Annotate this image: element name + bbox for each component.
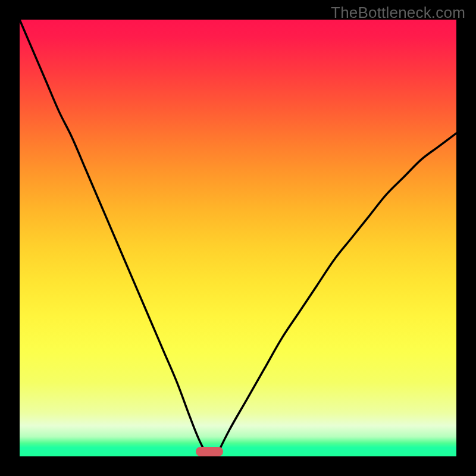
curve-left-branch [20, 20, 208, 456]
chart-frame: TheBottleneck.com [0, 0, 476, 476]
watermark-text: TheBottleneck.com [331, 4, 465, 22]
bottleneck-curve [20, 20, 456, 456]
curve-right-branch [216, 133, 456, 456]
plot-area [20, 20, 456, 456]
optimum-marker [196, 447, 223, 456]
